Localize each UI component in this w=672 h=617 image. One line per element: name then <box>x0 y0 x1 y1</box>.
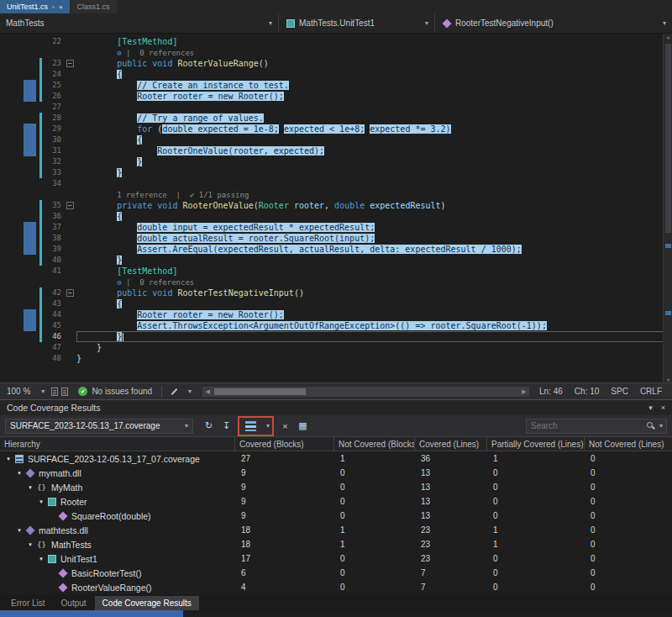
codelens-row[interactable]: ⊘ | 0 references <box>0 47 672 58</box>
tab-error-list[interactable]: Error List <box>3 596 53 610</box>
code-line[interactable]: 41 [TestMethod] <box>0 266 672 277</box>
line-number[interactable]: 36 <box>44 211 66 222</box>
code-line[interactable]: 44 Rooter rooter = new Rooter(); <box>0 309 672 320</box>
scroll-down-icon[interactable]: ▼ <box>664 377 672 382</box>
search-box[interactable]: ▾ <box>526 419 667 434</box>
status-column[interactable]: Ch: 10 <box>570 387 604 396</box>
horizontal-scrollbar[interactable]: ◀ ▶ <box>202 387 529 397</box>
code-line[interactable]: 31 RooterOneValue(rooter, expected); <box>0 145 672 156</box>
line-number[interactable]: 31 <box>44 145 66 156</box>
zoom-dropdown[interactable]: 100 % ▾ <box>0 383 51 399</box>
tab-class1[interactable]: Class1.cs <box>71 0 117 13</box>
import-results-icon[interactable]: ↧ <box>218 419 234 434</box>
tab-output[interactable]: Output <box>54 596 94 610</box>
code-line[interactable]: 25 // Create an instance to test. <box>0 80 672 91</box>
code-line[interactable]: 28 // Try a range of values. <box>0 113 672 124</box>
type-dropdown[interactable]: MathTests.UnitTest1 ▾ <box>279 13 435 33</box>
line-number[interactable]: 29 <box>44 124 66 134</box>
column-header-covered-lines[interactable]: Covered (Lines) <box>415 437 487 451</box>
status-line[interactable]: Ln: 46 <box>534 387 568 396</box>
code-editor[interactable]: 22 [TestMethod] ⊘ | 0 references23− publ… <box>0 34 672 382</box>
line-number[interactable]: 32 <box>44 156 66 167</box>
line-number[interactable] <box>44 47 66 58</box>
collapse-icon[interactable]: − <box>66 202 74 209</box>
member-dropdown[interactable]: RooterTestNegativeInput() ▾ <box>435 13 672 33</box>
line-number[interactable]: 40 <box>44 255 66 266</box>
collapse-icon[interactable]: − <box>66 60 74 67</box>
show-coverage-coloring-button[interactable] <box>243 419 259 434</box>
column-header-not-covered-blocks[interactable]: Not Covered (Blocks) <box>334 437 415 451</box>
scroll-right-icon[interactable]: ▶ <box>519 387 529 397</box>
scrollbar-thumb[interactable] <box>214 388 306 395</box>
codelens-row[interactable]: ⊘ | 0 references <box>0 277 672 287</box>
export-results-icon[interactable]: ▦ <box>295 419 311 434</box>
line-number[interactable]: 43 <box>44 298 66 309</box>
code-line[interactable]: 40 } <box>0 255 672 266</box>
line-number[interactable]: 23 <box>44 58 66 69</box>
page-icon-2[interactable] <box>61 388 68 396</box>
code-line[interactable]: 26 Rooter rooter = new Rooter(); <box>0 91 672 102</box>
page-icon-1[interactable] <box>51 388 58 396</box>
expand-arrow-icon[interactable]: ▾ <box>36 556 46 562</box>
status-line-ending[interactable]: CRLF <box>635 387 667 396</box>
vertical-scrollbar[interactable]: ▲ ▼ <box>663 34 672 382</box>
project-dropdown[interactable]: MathTests ▾ <box>0 13 279 33</box>
scrollbar-thumb[interactable] <box>665 44 671 233</box>
code-line[interactable]: 43 { <box>0 298 672 309</box>
code-line[interactable]: 48} <box>0 353 672 364</box>
line-number[interactable]: 34 <box>44 178 66 189</box>
expand-arrow-icon[interactable]: ▾ <box>14 470 24 477</box>
code-line[interactable]: 30 { <box>0 134 672 145</box>
pin-icon[interactable]: ▫ <box>52 3 55 11</box>
line-number[interactable]: 27 <box>44 102 66 113</box>
code-line[interactable]: 29 for (double expected = 1e-8; expected… <box>0 124 672 134</box>
line-number[interactable]: 46 <box>44 331 66 342</box>
collapse-icon[interactable]: − <box>66 289 74 297</box>
scroll-up-icon[interactable]: ▲ <box>664 34 672 40</box>
code-line[interactable]: 47 } <box>0 342 672 353</box>
remove-coverage-icon[interactable]: × <box>277 419 293 434</box>
code-line[interactable]: 45 Assert.ThrowsException<ArgumentOutOfR… <box>0 320 672 331</box>
chevron-down-icon[interactable]: ▾ <box>658 422 663 430</box>
column-header-hierarchy[interactable]: Hierarchy <box>0 437 235 451</box>
code-line[interactable]: 33 } <box>0 167 672 178</box>
coverage-file-dropdown[interactable]: SURFACE_2023-12-05.13_17.coverage ▾ <box>5 419 193 434</box>
coverage-row[interactable]: ▾mymath.dll901300 <box>0 466 672 480</box>
tab-code-coverage-results[interactable]: Code Coverage Results <box>95 596 199 610</box>
tab-unittest1[interactable]: UnitTest1.cs ▫ × <box>0 0 70 13</box>
line-number[interactable]: 48 <box>44 353 66 364</box>
coverage-row[interactable]: ▾Rooter901300 <box>0 494 672 509</box>
code-line[interactable]: 32 } <box>0 156 672 167</box>
line-number[interactable]: 35 <box>44 200 66 211</box>
line-number[interactable]: 38 <box>44 233 66 244</box>
line-number[interactable]: 44 <box>44 309 66 320</box>
code-line[interactable]: 22 [TestMethod] <box>0 36 672 47</box>
search-input[interactable] <box>527 421 646 430</box>
line-number[interactable]: 33 <box>44 167 66 178</box>
line-number[interactable]: 39 <box>44 244 66 255</box>
coverage-row[interactable]: ▾{}MyMath901300 <box>0 480 672 494</box>
line-number[interactable]: 30 <box>44 134 66 145</box>
line-number[interactable]: 41 <box>44 266 66 277</box>
column-header-covered-blocks[interactable]: Covered (Blocks) <box>235 437 334 451</box>
coverage-row[interactable]: ▾SURFACE_2023-12-05.13_17_07.coverage271… <box>0 451 672 466</box>
line-number[interactable]: 28 <box>44 113 66 124</box>
code-line[interactable]: 46 } <box>0 331 672 342</box>
close-icon[interactable]: × <box>59 3 63 11</box>
coverage-row[interactable]: ▾{}MathTests1812310 <box>0 537 672 551</box>
pen-menu[interactable]: ▾ <box>165 388 197 395</box>
expand-arrow-icon[interactable]: ▾ <box>14 527 24 534</box>
expand-arrow-icon[interactable]: ▾ <box>25 541 35 548</box>
close-icon[interactable]: × <box>661 403 665 412</box>
expand-arrow-icon[interactable]: ▾ <box>3 456 13 462</box>
window-position-icon[interactable]: ▾ <box>648 403 653 412</box>
code-line[interactable]: 39 Assert.AreEqual(expectedResult, actua… <box>0 244 672 255</box>
line-number[interactable]: 42 <box>44 287 66 298</box>
search-icon[interactable] <box>646 421 655 430</box>
expand-arrow-icon[interactable]: ▾ <box>25 484 35 491</box>
coverage-row[interactable]: BasicRooterTest()60700 <box>0 566 672 580</box>
coverage-row[interactable]: RooterValueRange()40700 <box>0 580 672 594</box>
coverage-row[interactable]: ▾mathtests.dll1812310 <box>0 523 672 537</box>
line-number[interactable]: 25 <box>44 80 66 91</box>
line-number[interactable]: 37 <box>44 222 66 233</box>
